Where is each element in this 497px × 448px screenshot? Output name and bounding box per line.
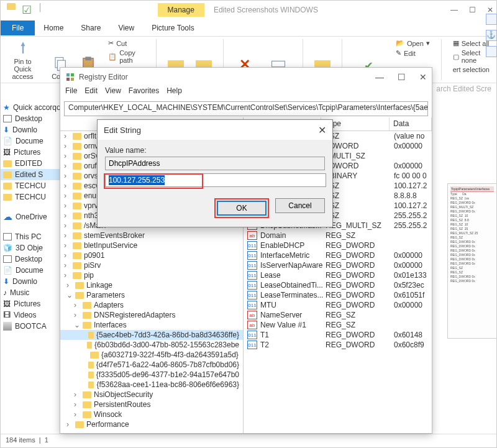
nav-desktop2[interactable]: Desktop	[1, 254, 60, 265]
maximize-icon[interactable]: ☐	[469, 6, 476, 14]
file-tab[interactable]: File	[1, 21, 35, 35]
cancel-button[interactable]: Cancel	[275, 198, 325, 213]
menu-favorites[interactable]: Favorites	[129, 86, 159, 100]
docked-button-1[interactable]	[486, 14, 497, 25]
open-icon: 📂	[396, 39, 404, 47]
nav-downloads[interactable]: ⬇Downlo	[1, 124, 60, 135]
scissors-icon: ✂	[108, 39, 114, 47]
registry-value-row[interactable]: abDomainREG_SZ	[244, 231, 432, 240]
value-name-label: Value name:	[105, 146, 325, 155]
nav-bootca[interactable]: BOOTCA	[1, 321, 60, 332]
binary-value-icon: 011	[247, 261, 257, 270]
tree-interface-key[interactable]: {f3335d05-de96-4377-b1e2-94a157e647b0	[60, 370, 243, 380]
regedit-icon	[65, 72, 75, 82]
nav-this-pc[interactable]: This PC	[1, 231, 60, 242]
tree-key[interactable]: ›Adapters	[60, 300, 243, 310]
tree-key[interactable]: ›p0901	[60, 250, 243, 260]
invert-selection-button[interactable]: ert selection	[453, 66, 491, 73]
tab-view[interactable]: View	[109, 21, 143, 35]
nav-pictures2[interactable]: 🖼Pictures	[1, 298, 60, 309]
check-icon[interactable]: ☑	[22, 3, 32, 17]
tree-key[interactable]: ›Linkage	[60, 280, 243, 290]
open-button[interactable]: 📂Open ▾	[396, 39, 430, 47]
tree-interface-key[interactable]: {d4f7e571-6a22-4a06-8605-7b87cfb0bd06}	[60, 360, 243, 370]
docked-button-2[interactable]: ⚓	[486, 30, 497, 41]
nav-documents[interactable]: 📄Docume	[1, 135, 60, 147]
registry-value-row[interactable]: 011LeaseObtainedTi...REG_DWORD0x5f23ec	[244, 280, 432, 290]
ok-button[interactable]: OK	[217, 201, 267, 216]
nav-3d-objects[interactable]: 🧊3D Obje	[1, 242, 60, 254]
nav-desktop[interactable]: Desktop	[1, 113, 60, 124]
tab-picture-tools[interactable]: Picture Tools	[143, 21, 203, 35]
search-box[interactable]: arch Edited Scre	[436, 85, 491, 93]
registry-value-row[interactable]: 011T2REG_DWORD0x60c8f9	[244, 340, 432, 350]
tree-key[interactable]: ›PersistentRoutes	[60, 400, 243, 409]
regedit-maximize-icon[interactable]: ☐	[398, 72, 406, 82]
nav-pictures[interactable]: 🖼Pictures	[1, 147, 60, 158]
binary-value-icon: 011	[247, 271, 257, 280]
registry-value-row[interactable]: 011IsServerNapAwareREG_DWORD0x00000	[244, 260, 432, 270]
quick-access[interactable]: ★Quick accorqosflt	[1, 102, 60, 113]
nav-edited[interactable]: EDITED	[1, 158, 60, 169]
tab-home[interactable]: Home	[35, 21, 72, 35]
tree-key[interactable]: ›Winsock	[60, 409, 243, 419]
nav-techcu2[interactable]: TECHCU	[1, 191, 60, 203]
selnone-icon: ▢	[453, 53, 459, 61]
menu-view[interactable]: View	[105, 86, 121, 100]
dialog-titlebar[interactable]: Edit String ✕	[98, 120, 332, 140]
menu-edit[interactable]: Edit	[84, 86, 98, 100]
tree-key[interactable]: ›piSrv	[60, 260, 243, 270]
ribbon-tabs: File Home Share View Picture Tools	[1, 19, 496, 37]
regedit-titlebar[interactable]: Registry Editor — ☐ ✕	[60, 68, 432, 86]
copy-path-button[interactable]: 📋Copy path	[108, 49, 145, 64]
cut-button[interactable]: ✂Cut	[108, 39, 145, 47]
minimize-icon[interactable]: —	[450, 6, 458, 14]
registry-value-row[interactable]: 011EnableDHCPREG_DWORD	[244, 240, 432, 250]
tree-interface-key[interactable]: {a6032719-322f-45fb-4f3-da2643591a5d}	[60, 350, 243, 360]
edit-button[interactable]: ✎Edit	[396, 49, 430, 57]
tree-key[interactable]: ›DNSRegisteredAdapters	[60, 310, 243, 320]
registry-value-row[interactable]: 011LeaseREG_DWORD0x01e133	[244, 270, 432, 280]
dialog-close-icon[interactable]: ✕	[318, 124, 326, 136]
menu-help[interactable]: Help	[166, 86, 182, 100]
string-value-icon: ab	[247, 311, 257, 319]
nav-music[interactable]: ♪Music	[1, 287, 60, 298]
explorer-nav-pane[interactable]: ★Quick accorqosflt Desktop ⬇Downlo 📄Docu…	[1, 83, 61, 434]
docked-button-3[interactable]	[486, 46, 497, 57]
col-data[interactable]: Data	[390, 117, 432, 130]
qat-separator: │	[38, 3, 43, 17]
nav-techcu[interactable]: TECHCU	[1, 180, 60, 191]
contextual-tab-manage[interactable]: Manage	[158, 3, 204, 17]
tree-interface-key[interactable]: {5aec4beb-7dd3-426a-86bd-ba8d34636ffe}	[60, 330, 243, 340]
close-icon[interactable]: ✕	[487, 6, 493, 14]
regedit-minimize-icon[interactable]: —	[375, 72, 384, 82]
nav-downloads2[interactable]: ⬇Downlo	[1, 276, 60, 287]
tree-key[interactable]: ⌄Parameters	[60, 290, 243, 300]
registry-value-row[interactable]: 011T1REG_DWORD0x60148	[244, 330, 432, 340]
nav-onedrive[interactable]: ☁OneDrive	[1, 210, 60, 224]
tree-key[interactable]: ›pip	[60, 270, 243, 280]
registry-value-row[interactable]: 011MTUREG_DWORD0x00000	[244, 300, 432, 310]
nav-edited-s[interactable]: Edited S	[1, 169, 60, 180]
regedit-close-icon[interactable]: ✕	[419, 72, 427, 82]
registry-value-row[interactable]: 011LeaseTerminates...REG_DWORD0x61051f	[244, 290, 432, 300]
tree-interface-key[interactable]: {6b03bd6d-3d00-47bb-8052-15563c283ebe	[60, 340, 243, 350]
registry-value-row[interactable]: abNameServerREG_SZ	[244, 310, 432, 320]
tree-key[interactable]: ›stemEventsBroker	[60, 231, 243, 240]
menu-file[interactable]: File	[65, 86, 77, 100]
tree-interface-key[interactable]: {f53628aa-cee1-11ea-bc86-806e6f6e6963}	[60, 380, 243, 390]
tree-key[interactable]: ›Performance	[60, 419, 243, 429]
registry-value-row[interactable]: 011InterfaceMetricREG_DWORD0x00000	[244, 250, 432, 260]
binary-value-icon: 011	[247, 281, 257, 290]
tab-share[interactable]: Share	[72, 21, 109, 35]
value-data-field[interactable]: 100.127.255.253	[105, 173, 326, 187]
string-value-icon: ab	[247, 321, 257, 329]
tree-key[interactable]: ›bletInputService	[60, 240, 243, 250]
tree-key[interactable]: ⌄Interfaces	[60, 320, 243, 330]
regedit-address-bar[interactable]: Computer\HKEY_LOCAL_MACHINE\SYSTEM\Curre…	[64, 101, 428, 116]
nav-videos[interactable]: 🎞Videos	[1, 309, 60, 321]
tree-key[interactable]: ›NsiObjectSecurity	[60, 390, 243, 400]
nav-documents2[interactable]: 📄Docume	[1, 265, 60, 276]
pin-button[interactable]: Pin to Quick access	[6, 39, 40, 80]
registry-value-row[interactable]: abNew Value #1REG_SZ	[244, 320, 432, 330]
